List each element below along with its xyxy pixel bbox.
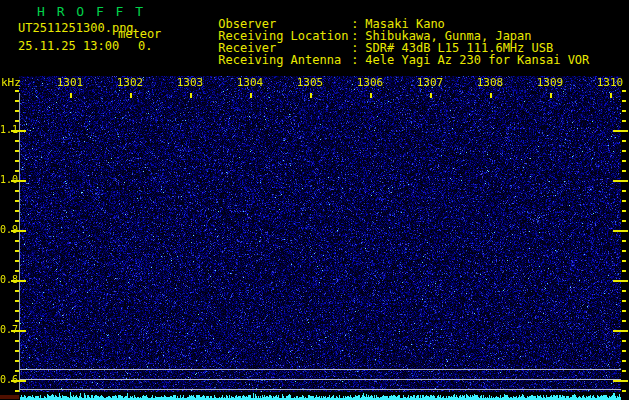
y-axis-tick: [15, 350, 19, 352]
info-row: Observer:Masaki Kano: [175, 6, 625, 18]
y-axis-tick-right: [622, 390, 626, 392]
y-tick-label: 0.7: [0, 324, 14, 336]
y-axis-unit-label: kHz: [1, 77, 21, 89]
y-axis-tick-right: [622, 190, 626, 192]
y-tick-label: 0.8: [0, 274, 14, 286]
y-axis-tick: [15, 190, 19, 192]
y-axis-tick-right: [622, 240, 626, 242]
y-axis-tick-right: [622, 360, 626, 362]
spectrogram-canvas: [19, 76, 621, 400]
observation-datetime: 25.11.25 13:00: [18, 40, 119, 52]
y-axis-tick-right: [622, 200, 626, 202]
y-axis-tick: [15, 200, 19, 202]
y-axis-tick: [15, 270, 19, 272]
y-axis-tick: [15, 250, 19, 252]
y-axis-tick: [15, 320, 19, 322]
y-axis-tick: [15, 110, 19, 112]
x-tick-label: 1301: [57, 77, 84, 89]
y-axis-tick: [15, 140, 19, 142]
y-tick-label: 1.0: [0, 174, 14, 186]
y-axis-tick: [15, 360, 19, 362]
y-axis-tick-right: [622, 290, 626, 292]
x-tick-label: 1309: [537, 77, 564, 89]
y-axis-tick: [15, 370, 19, 372]
y-axis-tick-right: [622, 370, 626, 372]
y-axis-tick: [15, 340, 19, 342]
observatory-name: meteor: [118, 28, 161, 40]
y-axis-tick-right: [622, 350, 626, 352]
y-axis-tick-right: [622, 210, 626, 212]
y-axis-tick: [15, 120, 19, 122]
x-tick-label: 1304: [237, 77, 264, 89]
y-axis-tick-right: [622, 160, 626, 162]
y-axis-tick-right: [622, 100, 626, 102]
y-axis-tick-right: [622, 260, 626, 262]
y-axis-tick: [15, 170, 19, 172]
y-axis-tick-right: [622, 110, 626, 112]
y-axis-tick-right: [613, 180, 628, 182]
y-axis-tick-right: [622, 150, 626, 152]
y-axis-tick-right: [622, 120, 626, 122]
y-axis-tick: [15, 100, 19, 102]
x-tick-label: 1310: [597, 77, 624, 89]
y-axis-tick-right: [613, 280, 628, 282]
x-tick-label: 1303: [177, 77, 204, 89]
info-separator: :: [351, 54, 365, 66]
app-title: H R O F F T: [37, 5, 145, 19]
y-axis-tick-right: [622, 170, 626, 172]
x-tick-label: 1308: [477, 77, 504, 89]
y-axis-tick: [15, 290, 19, 292]
y-tick-label: 0.9: [0, 224, 14, 236]
y-axis-tick-right: [613, 130, 628, 132]
y-axis-tick: [15, 160, 19, 162]
info-label: Receiving Antenna: [218, 54, 351, 66]
y-axis-tick: [15, 390, 19, 392]
receiver-info: Observer:Masaki Kano Receiving Location:…: [175, 6, 625, 54]
y-axis-tick-right: [622, 220, 626, 222]
y-axis-tick-right: [622, 320, 626, 322]
x-tick-label: 1302: [117, 77, 144, 89]
y-axis-tick: [15, 300, 19, 302]
y-axis-tick: [15, 220, 19, 222]
y-axis-tick-right: [622, 310, 626, 312]
y-axis-tick-right: [622, 140, 626, 142]
output-filename: UT2511251300.png: [18, 22, 134, 34]
y-axis-tick: [15, 90, 19, 92]
x-tick-label: 1306: [357, 77, 384, 89]
y-axis-tick-right: [622, 300, 626, 302]
y-axis-tick: [15, 210, 19, 212]
y-axis-tick-right: [622, 340, 626, 342]
y-axis-tick: [15, 310, 19, 312]
y-axis-tick: [15, 240, 19, 242]
y-axis-tick: [15, 150, 19, 152]
y-axis-tick: [15, 260, 19, 262]
y-axis-tick-right: [622, 270, 626, 272]
y-axis-tick-right: [622, 90, 626, 92]
y-axis-tick-right: [613, 330, 628, 332]
y-tick-label: 0.6: [0, 374, 14, 386]
y-tick-label: 1.1: [0, 124, 14, 136]
y-axis-tick-right: [613, 380, 628, 382]
echo-count: 0.: [138, 40, 152, 52]
hrofft-window: H R O F F T UT2511251300.png meteor 25.1…: [0, 0, 629, 400]
bottom-left-marker: [0, 395, 19, 399]
y-axis-tick-right: [613, 230, 628, 232]
x-tick-label: 1307: [417, 77, 444, 89]
info-value: 4ele Yagi Az 230 for Kansai VOR: [365, 54, 589, 66]
x-tick-label: 1305: [297, 77, 324, 89]
y-axis-tick-right: [622, 250, 626, 252]
